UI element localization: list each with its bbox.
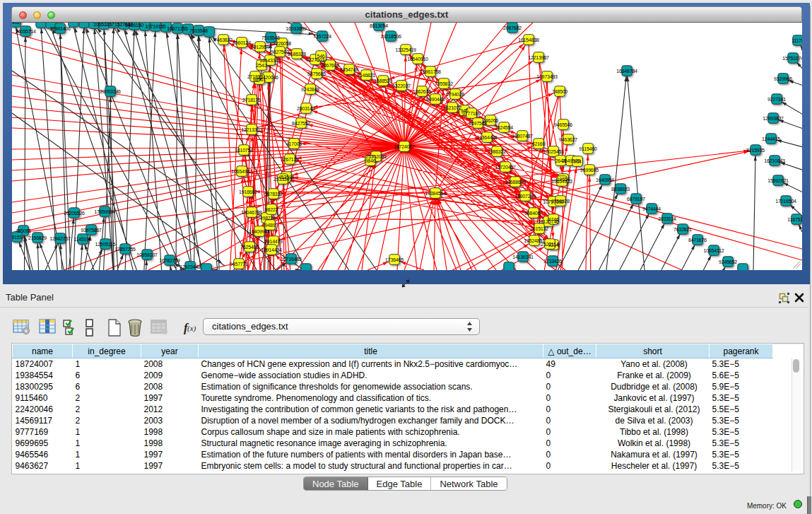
svg-text:9227341: 9227341	[767, 97, 786, 102]
svg-text:17859934: 17859934	[94, 209, 115, 214]
svg-text:12213303: 12213303	[241, 127, 262, 132]
svg-text:6497568: 6497568	[469, 121, 487, 126]
svg-text:10653267: 10653267	[93, 23, 114, 27]
svg-text:2087682: 2087682	[503, 25, 522, 30]
svg-text:1916682: 1916682	[239, 189, 257, 194]
svg-text:9146821: 9146821	[357, 73, 375, 78]
svg-text:9489: 9489	[265, 223, 276, 228]
svg-text:9777169: 9777169	[462, 111, 481, 116]
svg-text:2522114: 2522114	[541, 242, 559, 247]
svg-text:1167534: 1167534	[787, 217, 802, 222]
svg-text:20053346: 20053346	[100, 89, 121, 94]
svg-text:17016504: 17016504	[775, 199, 796, 204]
svg-text:1244415: 1244415	[762, 136, 780, 141]
svg-text:8471676: 8471676	[688, 238, 707, 243]
svg-text:6879197: 6879197	[627, 197, 645, 201]
svg-text:12505115: 12505115	[95, 242, 115, 247]
svg-text:16961758: 16961758	[420, 69, 441, 74]
svg-text:2933114: 2933114	[658, 216, 676, 221]
svg-text:9115460: 9115460	[579, 146, 597, 151]
svg-text:20206526: 20206526	[64, 211, 85, 216]
svg-text:6322037: 6322037	[392, 83, 411, 88]
svg-text:546: 546	[317, 54, 324, 59]
svg-text:8454749: 8454749	[340, 67, 358, 72]
svg-text:3624554: 3624554	[495, 125, 513, 130]
svg-text:748500: 748500	[552, 89, 567, 94]
svg-text:10807487: 10807487	[512, 134, 533, 139]
svg-text:16033809: 16033809	[286, 26, 307, 31]
svg-text:9756928: 9756928	[551, 199, 570, 204]
svg-text:1588520: 1588520	[374, 78, 392, 83]
svg-text:13325419: 13325419	[395, 47, 416, 52]
svg-text:7625402: 7625402	[240, 245, 259, 250]
svg-text:5878332: 5878332	[264, 192, 283, 197]
svg-text:16210643: 16210643	[764, 158, 785, 163]
svg-text:18724007: 18724007	[394, 144, 415, 149]
svg-text:2803144: 2803144	[297, 106, 315, 111]
svg-text:15716485: 15716485	[281, 257, 302, 262]
svg-text:19654923: 19654923	[551, 179, 572, 184]
svg-text:9465546: 9465546	[554, 122, 572, 127]
svg-text:1405?: 1405?	[12, 23, 23, 25]
svg-text:18807249: 18807249	[514, 194, 536, 199]
svg-text:19384554: 19384554	[425, 191, 446, 196]
svg-text:16409948: 16409948	[249, 229, 270, 234]
svg-text:9498224: 9498224	[257, 216, 276, 221]
svg-text:391514: 391514	[12, 235, 25, 240]
svg-text:7515546: 7515546	[261, 35, 280, 40]
svg-text:8990448: 8990448	[426, 97, 445, 102]
svg-text:2533349: 2533349	[273, 177, 292, 182]
svg-text:9746: 9746	[548, 217, 559, 222]
svg-text:16640910: 16640910	[407, 57, 428, 62]
svg-text:8912954: 8912954	[251, 45, 269, 49]
svg-text:(x): (x)	[187, 324, 196, 333]
svg-text:10958107: 10958107	[136, 252, 158, 257]
svg-text:12942757: 12942757	[49, 236, 71, 241]
svg-text:93975867: 93975867	[81, 228, 102, 233]
svg-text:1610754: 1610754	[235, 148, 253, 153]
svg-text:16782759: 16782759	[159, 258, 180, 263]
svg-text:18046788: 18046788	[241, 210, 262, 215]
svg-text:20991406: 20991406	[49, 26, 71, 31]
svg-text:271817: 271817	[247, 74, 263, 79]
svg-text:16648784: 16648784	[616, 69, 637, 74]
svg-text:14055714: 14055714	[15, 29, 36, 34]
svg-text:7515546: 7515546	[189, 28, 208, 33]
svg-text:10025453: 10025453	[543, 149, 564, 154]
svg-text:3226058: 3226058	[273, 41, 291, 46]
svg-text:19218506: 19218506	[380, 34, 401, 39]
svg-text:417006: 417006	[286, 141, 302, 146]
svg-text:2156829: 2156829	[28, 235, 47, 240]
svg-text:8938923: 8938923	[611, 187, 630, 192]
svg-text:9329966: 9329966	[774, 76, 792, 81]
svg-text:7463822: 7463822	[214, 37, 233, 42]
svg-text:8215935: 8215935	[746, 148, 765, 153]
svg-text:62160: 62160	[532, 141, 546, 146]
svg-text:8427552: 8427552	[292, 121, 310, 126]
svg-text:16543342: 16543342	[259, 58, 281, 63]
svg-text:964: 964	[573, 159, 581, 164]
svg-text:6794028: 6794028	[446, 92, 464, 97]
svg-text:16671355: 16671355	[167, 26, 188, 31]
svg-text:9084067: 9084067	[524, 211, 543, 216]
svg-text:10719155: 10719155	[145, 24, 166, 29]
svg-text:14136141: 14136141	[512, 255, 534, 259]
svg-text:1640954: 1640954	[596, 177, 614, 182]
svg-text:15692921: 15692921	[767, 178, 789, 183]
svg-text:98222: 98222	[265, 207, 278, 212]
svg-text:15751074: 15751074	[782, 56, 802, 61]
svg-text:2867608: 2867608	[321, 63, 339, 68]
svg-text:11178: 11178	[792, 38, 802, 43]
svg-text:9242848: 9242848	[301, 87, 319, 92]
svg-text:7955812: 7955812	[435, 81, 453, 86]
svg-text:21364436: 21364436	[476, 135, 498, 140]
svg-text:9699695: 9699695	[580, 168, 599, 173]
svg-text:1733426: 1733426	[543, 259, 562, 264]
svg-text:8660124: 8660124	[233, 40, 251, 45]
svg-text:1145194: 1145194	[73, 237, 92, 242]
svg-text:10973493: 10973493	[536, 74, 558, 79]
svg-text:17857255: 17857255	[114, 247, 136, 252]
svg-text:9846: 9846	[365, 158, 376, 163]
svg-text:485081: 485081	[16, 228, 31, 233]
svg-text:10654112: 10654112	[703, 248, 724, 253]
